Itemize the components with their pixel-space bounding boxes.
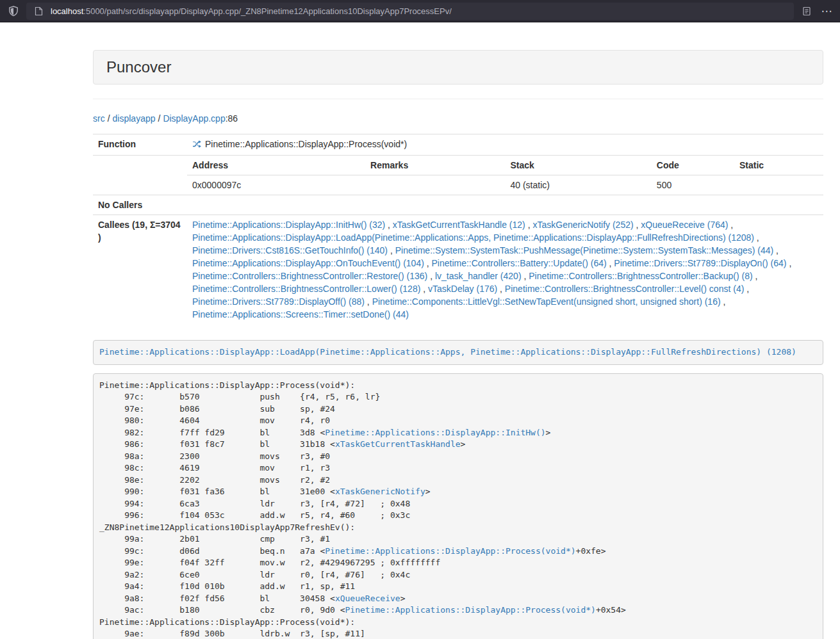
static-value: [734, 175, 823, 195]
function-name-wrap: Pinetime::Applications::DisplayApp::Proc…: [192, 138, 407, 150]
disassembly-symbol-link[interactable]: Pinetime::Applications::DisplayApp::Proc…: [325, 546, 575, 556]
page-info-icon[interactable]: [31, 4, 45, 18]
function-type-icon: [192, 140, 201, 149]
callee-link[interactable]: Pinetime::Applications::DisplayApp::Init…: [192, 220, 385, 230]
callee-separator: ,: [721, 296, 726, 307]
breadcrumb-line-number: :86: [226, 113, 238, 124]
callee-separator: ,: [420, 284, 428, 294]
disassembly-code: Pinetime::Applications::DisplayApp::Proc…: [99, 380, 626, 639]
disassembly-symbol-link[interactable]: xTaskGenericNotify: [335, 487, 425, 496]
symbol-table: Function Pinetime::Applications::Display…: [93, 134, 823, 324]
function-row: Function Pinetime::Applications::Display…: [93, 134, 823, 156]
divider: [93, 99, 823, 99]
callee-separator: ,: [388, 245, 395, 255]
callee-link[interactable]: Pinetime::Controllers::BrightnessControl…: [192, 284, 420, 294]
code-value: 500: [652, 175, 734, 195]
reader-view-icon[interactable]: [800, 4, 814, 18]
remarks-value: [365, 175, 505, 195]
col-header-stack: Stack: [505, 156, 651, 175]
callee-link[interactable]: xQueueReceive (764): [641, 220, 728, 230]
main-content: Puncover src/displayapp/DisplayApp.cpp:8…: [93, 22, 823, 639]
callee-link[interactable]: Pinetime::Drivers::St7789::DisplayOff() …: [192, 296, 365, 307]
breadcrumb-file[interactable]: DisplayApp.cpp: [163, 113, 225, 124]
callees-row: Callees (19, Σ=3704 ) Pinetime::Applicat…: [93, 215, 823, 325]
url-host: localhost: [51, 6, 83, 16]
col-header-static: Static: [734, 156, 823, 175]
callee-link[interactable]: Pinetime::System::SystemTask::PushMessag…: [395, 245, 774, 255]
app-title-panel: Puncover: [93, 50, 823, 85]
disassembly-symbol-link[interactable]: Pinetime::Applications::DisplayApp::Init…: [325, 428, 545, 437]
no-callers-label: No Callers: [93, 195, 187, 215]
highlighted-symbol-link[interactable]: Pinetime::Applications::DisplayApp::Load…: [99, 347, 796, 357]
callee-link[interactable]: vTaskDelay (176): [428, 284, 497, 294]
callee-link[interactable]: xTaskGetCurrentTaskHandle (12): [393, 220, 525, 230]
col-header-remarks: Remarks: [365, 156, 505, 175]
callee-link[interactable]: Pinetime::Applications::DisplayApp::Load…: [192, 232, 754, 243]
browser-toolbar: localhost:5000/path/src/displayapp/Displ…: [0, 0, 840, 22]
callee-separator: ,: [754, 232, 759, 243]
url-text: localhost:5000/path/src/displayapp/Displ…: [51, 6, 452, 16]
breadcrumb-displayapp[interactable]: displayapp: [113, 113, 156, 124]
col-header-code: Code: [652, 156, 734, 175]
callees-list: Pinetime::Applications::DisplayApp::Init…: [192, 220, 791, 320]
app-title: Puncover: [106, 58, 171, 76]
address-value: 0x0000097c: [187, 175, 365, 195]
symbol-metrics-table: Address Remarks Stack Code Static 0x0000…: [187, 156, 823, 195]
callee-separator: ,: [607, 258, 614, 268]
callee-separator: ,: [634, 220, 641, 230]
metrics-value-row: 0x0000097c 40 (static) 500: [187, 175, 823, 195]
url-bar[interactable]: localhost:5000/path/src/displayapp/Displ…: [26, 3, 794, 20]
callee-separator: ,: [744, 284, 749, 294]
metrics-row: Address Remarks Stack Code Static 0x0000…: [93, 156, 823, 195]
metrics-header-row: Address Remarks Stack Code Static: [187, 156, 823, 175]
callees-label: Callees (19, Σ=3704 ): [93, 215, 187, 325]
callee-separator: ,: [728, 220, 733, 230]
disassembly-box: Pinetime::Applications::DisplayApp::Proc…: [93, 373, 823, 639]
breadcrumb-separator: /: [108, 113, 110, 124]
callee-link[interactable]: Pinetime::Components::LittleVgl::SetNewT…: [372, 296, 721, 307]
function-row-label: Function: [93, 134, 187, 156]
callee-separator: ,: [424, 258, 432, 268]
callee-link[interactable]: Pinetime::Controllers::BrightnessControl…: [529, 271, 752, 281]
disassembly-symbol-link[interactable]: xQueueReceive: [335, 594, 400, 603]
callee-separator: ,: [753, 271, 758, 281]
breadcrumb-src[interactable]: src: [93, 113, 105, 124]
breadcrumb-separator: /: [158, 113, 161, 124]
col-header-address: Address: [187, 156, 365, 175]
callee-separator: ,: [427, 271, 435, 281]
function-name: Pinetime::Applications::DisplayApp::Proc…: [205, 138, 407, 150]
breadcrumb: src/displayapp/DisplayApp.cpp:86: [93, 112, 823, 125]
callee-link[interactable]: Pinetime::Controllers::BrightnessControl…: [505, 284, 744, 294]
callee-link[interactable]: Pinetime::Applications::DisplayApp::OnTo…: [192, 258, 424, 268]
stack-value: 40 (static): [505, 175, 651, 195]
highlighted-symbol-box: Pinetime::Applications::DisplayApp::Load…: [93, 340, 823, 365]
callee-link[interactable]: Pinetime::Controllers::BrightnessControl…: [192, 271, 427, 281]
callee-separator: ,: [385, 220, 393, 230]
url-path: :5000/path/src/displayapp/DisplayApp.cpp…: [83, 6, 452, 16]
callee-link[interactable]: lv_task_handler (420): [435, 271, 522, 281]
callee-separator: ,: [773, 245, 778, 255]
callee-link[interactable]: Pinetime::Drivers::Cst816S::GetTouchInfo…: [192, 245, 388, 255]
callee-separator: ,: [365, 296, 372, 307]
no-callers-row: No Callers: [93, 195, 823, 215]
callee-link[interactable]: xTaskGenericNotify (252): [532, 220, 633, 230]
callee-link[interactable]: Pinetime::Drivers::St7789::DisplayOn() (…: [614, 258, 786, 268]
callee-separator: ,: [522, 271, 529, 281]
callee-link[interactable]: Pinetime::Controllers::Battery::Update()…: [432, 258, 607, 268]
callee-link[interactable]: Pinetime::Applications::Screens::Timer::…: [192, 309, 409, 320]
callee-separator: ,: [497, 284, 505, 294]
disassembly-symbol-link[interactable]: xTaskGetCurrentTaskHandle: [335, 439, 461, 449]
tracking-protection-shield-icon[interactable]: [6, 4, 21, 18]
overflow-menu-icon[interactable]: ⋯: [819, 4, 834, 18]
callee-separator: ,: [525, 220, 533, 230]
callee-separator: ,: [787, 258, 792, 268]
metrics-row-spacer: [93, 156, 187, 195]
disassembly-symbol-link[interactable]: Pinetime::Applications::DisplayApp::Proc…: [345, 605, 596, 615]
